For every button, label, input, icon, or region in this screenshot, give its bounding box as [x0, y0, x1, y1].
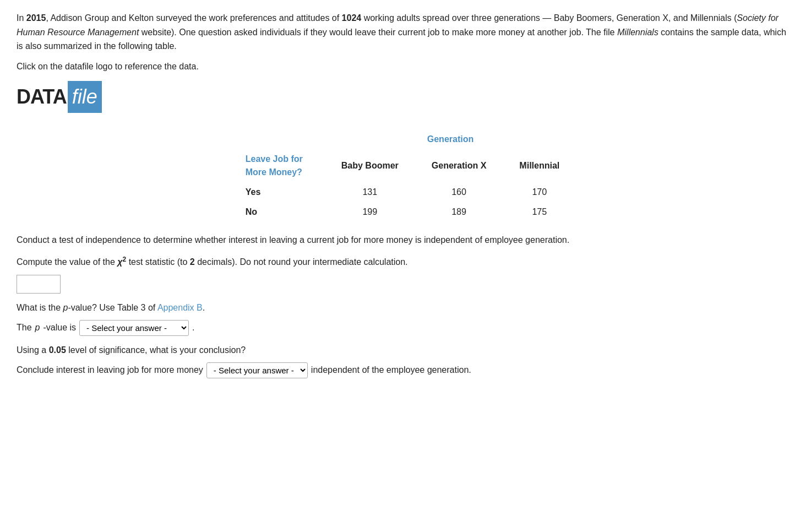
question-6-conclude: Conclude interest in leaving job for mor… [17, 362, 788, 378]
question-1: Conduct a test of independence to determ… [17, 233, 788, 247]
cell-baby-boomer: 199 [325, 202, 415, 222]
cell-baby-boomer: 131 [325, 182, 415, 202]
file-italic: Millennials [617, 28, 659, 37]
p-italic-2: p [35, 321, 40, 334]
pvalue-select[interactable]: - Select your answer -less than 0.005bet… [79, 320, 189, 336]
conclusion-select[interactable]: - Select your answer -isis not [206, 362, 308, 378]
cell-millennial: 170 [503, 182, 576, 202]
question-2-chi: Compute the value of the χ2 test statist… [17, 254, 788, 269]
chi-input-container [17, 275, 788, 301]
cell-generation-x: 160 [415, 182, 503, 202]
datafile-file-text: file [68, 81, 102, 113]
question-5-significance: Using a 0.05 level of significance, what… [17, 344, 788, 357]
generation-header: Generation [325, 129, 576, 149]
cell-generation-x: 189 [415, 202, 503, 222]
significance-level: 0.05 [49, 345, 66, 355]
row-label: No [229, 202, 325, 222]
intro-paragraph: In 2015, Addison Group and Kelton survey… [17, 11, 788, 53]
chi-superscript: 2 [122, 256, 126, 263]
row-label: Yes [229, 182, 325, 202]
question-3-pvalue: What is the p-value? Use Table 3 of Appe… [17, 301, 788, 314]
year-highlight: 2015 [26, 13, 46, 23]
source-italic: Society for Human Resource Management [17, 13, 779, 37]
sample-size: 1024 [342, 13, 362, 23]
col-header-baby-boomer: Baby Boomer [325, 149, 415, 182]
appendix-b-link[interactable]: Appendix B [157, 303, 203, 312]
datafile-data-text: DATA [17, 82, 67, 112]
cell-millennial: 175 [503, 202, 576, 222]
question-4-pvalue-answer: The p-value is - Select your answer -les… [17, 320, 788, 336]
table-row: Yes 131 160 170 [229, 182, 576, 202]
data-table-section: Generation Leave Job for More Money? Bab… [17, 129, 788, 222]
table-row: No 199 189 175 [229, 202, 576, 222]
chi-statistic-input[interactable] [17, 275, 61, 294]
data-table: Generation Leave Job for More Money? Bab… [229, 129, 576, 222]
row-header: Leave Job for More Money? [229, 149, 325, 182]
col-header-generation-x: Generation X [415, 149, 503, 182]
datafile-logo[interactable]: DATA file [17, 81, 102, 113]
click-instruction: Click on the datafile logo to reference … [17, 60, 788, 73]
decimal-count: 2 [190, 258, 195, 267]
col-header-millennial: Millennial [503, 149, 576, 182]
